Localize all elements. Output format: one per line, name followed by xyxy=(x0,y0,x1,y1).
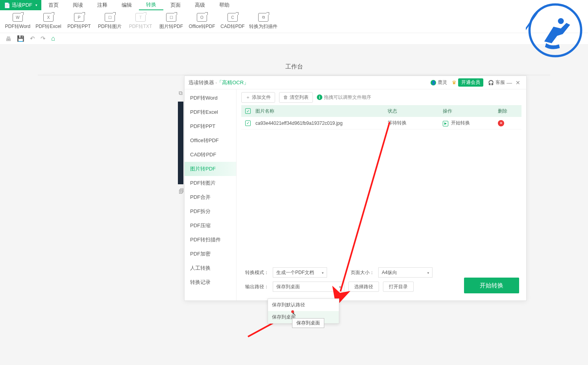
drag-hint: i 拖拽可以调整文件顺序 xyxy=(317,94,371,101)
ribbon-0[interactable]: WPDF转Word xyxy=(2,13,33,30)
bg-glyph: ⧉ xyxy=(179,90,183,96)
row-checkbox[interactable]: ✓ xyxy=(245,120,251,126)
support-button[interactable]: 🎧 客服 xyxy=(488,79,505,86)
ribbon-6[interactable]: OOffice转PDF xyxy=(187,13,217,30)
mode-select[interactable]: 生成一个PDF文档 ▼ xyxy=(273,267,327,278)
ribbon-icon: W xyxy=(13,13,23,22)
home-icon[interactable]: ⌂ xyxy=(51,35,55,43)
size-select[interactable]: A4纵向 ▼ xyxy=(378,267,433,278)
sidebar-item-10[interactable]: PDF转扫描件 xyxy=(185,233,236,247)
trash-icon: 🗑 xyxy=(283,94,288,100)
sidebar-item-5[interactable]: 图片转PDF xyxy=(185,162,236,176)
menu-tab-2[interactable]: 注释 xyxy=(90,0,115,10)
chevron-down-icon: ▼ xyxy=(338,285,342,289)
sidebar-item-3[interactable]: Office转PDF xyxy=(185,133,236,148)
start-convert-button[interactable]: 开始转换 xyxy=(464,278,519,293)
sidebar-item-11[interactable]: PDF加密 xyxy=(185,247,236,261)
drag-hint-text: 拖拽可以调整文件顺序 xyxy=(324,94,371,101)
ribbon-label: Office转PDF xyxy=(189,23,215,30)
col-del: 删除 xyxy=(498,108,518,115)
clear-list-button[interactable]: 🗑 清空列表 xyxy=(279,92,313,103)
svg-rect-1 xyxy=(526,12,538,37)
ribbon-5[interactable]: ☐图片转PDF xyxy=(156,13,187,30)
ribbon-8[interactable]: ⧉转换为扫描件 xyxy=(248,13,279,30)
menu-tab-5[interactable]: 页面 xyxy=(163,0,188,10)
sidebar-item-9[interactable]: PDF压缩 xyxy=(185,219,236,233)
svg-point-2 xyxy=(558,18,564,24)
size-label: 页面大小： xyxy=(347,269,374,276)
mode-label: 转换模式： xyxy=(241,269,269,276)
ribbon-icon: T xyxy=(135,13,146,22)
ribbon-3[interactable]: ☐PDF转图片 xyxy=(94,13,125,30)
ribbon-icon: ⧉ xyxy=(258,13,268,22)
sidebar-item-13[interactable]: 转换记录 xyxy=(185,275,236,289)
start-label: 开始转换 xyxy=(480,282,503,289)
open-dir-button[interactable]: 打开目录 xyxy=(383,282,414,292)
user-name: 鹿灵 xyxy=(438,79,447,86)
select-all-checkbox[interactable]: ✓ xyxy=(245,108,251,114)
print-icon[interactable]: 🖶 xyxy=(6,35,11,42)
chevron-down-icon: ▼ xyxy=(427,271,430,275)
sidebar-item-12[interactable]: 人工转换 xyxy=(185,261,236,275)
sidebar-item-8[interactable]: PDF拆分 xyxy=(185,204,236,219)
ribbon-icon: O xyxy=(197,13,207,22)
vip-chip[interactable]: ♛ 开通会员 xyxy=(452,78,483,87)
ribbon-7[interactable]: CCAD转PDF xyxy=(217,13,248,30)
user-icon: 👤 xyxy=(431,80,436,85)
menu-tab-3[interactable]: 编辑 xyxy=(115,0,139,10)
ribbon-icon: ☐ xyxy=(166,13,176,22)
menu-tab-4[interactable]: 转换 xyxy=(139,0,163,10)
ribbon-icon: P xyxy=(74,13,84,22)
size-value: A4纵向 xyxy=(382,269,397,276)
ribbon-icon: ☐ xyxy=(105,13,115,22)
output-path-select[interactable]: 保存到桌面 ▼ xyxy=(273,282,344,292)
save-icon[interactable]: 💾 xyxy=(17,35,24,42)
ribbon-1[interactable]: XPDF转Excel xyxy=(33,13,64,30)
converter-modal: 迅读转换器 · 「高精OCR」 👤 鹿灵 ♛ 开通会员 🎧 客服 — ✕ PDF… xyxy=(184,76,527,301)
out-label: 输出路径： xyxy=(241,283,269,290)
app-doc-icon: 📄 xyxy=(4,2,10,8)
row-delete-button[interactable]: ✕ xyxy=(498,120,504,126)
col-op: 操作 xyxy=(443,108,498,115)
menu-tab-0[interactable]: 首页 xyxy=(41,0,66,10)
sidebar-item-7[interactable]: PDF合并 xyxy=(185,190,236,204)
knight-logo xyxy=(526,1,585,60)
app-name: 迅读PDF xyxy=(12,2,32,9)
chevron-down-icon: ▼ xyxy=(321,271,324,275)
ribbon-label: 图片转PDF xyxy=(159,23,183,30)
ribbon-label: PDF转TXT xyxy=(129,23,152,30)
close-button[interactable]: ✕ xyxy=(514,80,522,86)
menu-tab-6[interactable]: 高级 xyxy=(188,0,212,10)
sidebar-item-0[interactable]: PDF转Word xyxy=(185,91,236,105)
vip-button: 开通会员 xyxy=(458,78,483,87)
ribbon-icon: C xyxy=(227,13,238,22)
sidebar-item-4[interactable]: CAD转PDF xyxy=(185,148,236,162)
support-label: 客服 xyxy=(496,79,505,86)
ribbon-label: CAD转PDF xyxy=(220,23,244,30)
modal-title-prefix: 迅读转换器 · xyxy=(189,79,217,86)
minimize-button[interactable]: — xyxy=(505,80,514,86)
undo-icon[interactable]: ↶ xyxy=(30,35,35,42)
sidebar: PDF转WordPDF转ExcelPDF转PPTOffice转PDFCAD转PD… xyxy=(185,89,237,300)
app-badge[interactable]: 📄 迅读PDF ▾ xyxy=(0,0,41,10)
user-chip[interactable]: 👤 鹿灵 xyxy=(431,79,447,86)
sidebar-item-1[interactable]: PDF转Excel xyxy=(185,105,236,119)
dropdown-opt-default[interactable]: 保存到默认路径 xyxy=(268,299,339,311)
sidebar-item-6[interactable]: PDF转图片 xyxy=(185,176,236,190)
add-file-button[interactable]: ＋ 添加文件 xyxy=(241,92,275,103)
menu-tab-7[interactable]: 帮助 xyxy=(212,0,237,10)
redo-icon[interactable]: ↷ xyxy=(41,35,46,42)
out-value: 保存到桌面 xyxy=(276,283,300,290)
row-start-button[interactable]: ▶ 开始转换 xyxy=(443,120,498,126)
choose-path-button[interactable]: 选择路径 xyxy=(348,282,379,292)
divider xyxy=(38,75,550,75)
add-file-label: 添加文件 xyxy=(252,94,271,101)
ribbon-2[interactable]: PPDF转PPT xyxy=(64,13,94,30)
ribbon-label: PDF转Word xyxy=(5,23,30,30)
menu-tab-1[interactable]: 阅读 xyxy=(66,0,90,10)
modal-title-ocr: 「高精OCR」 xyxy=(217,79,249,86)
ribbon-label: PDF转图片 xyxy=(98,23,122,30)
plus-icon: ＋ xyxy=(246,94,250,101)
ribbon-4: TPDF转TXT xyxy=(125,13,156,30)
sidebar-item-2[interactable]: PDF转PPT xyxy=(185,119,236,133)
